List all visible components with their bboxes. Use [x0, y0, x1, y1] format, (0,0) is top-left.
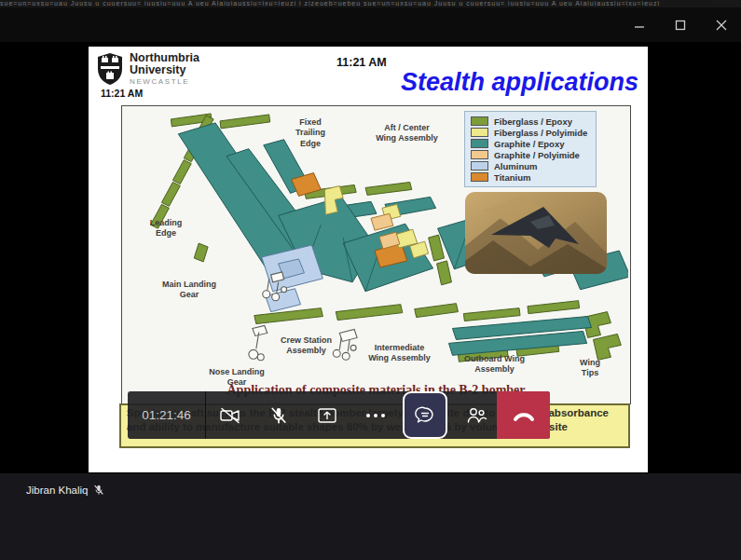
slide-title: Stealth applications [247, 68, 638, 97]
legend-swatch [471, 150, 488, 159]
slide-timestamp-left: 11:21 AM [101, 88, 143, 99]
legend-row: Fiberglass / Epoxy [471, 116, 596, 127]
legend-row: Fiberglass / Polyimide [471, 127, 596, 138]
window-top-artifact-text: sue=un=uxsu=uau Juusu u cuuersuu= iuusiu… [0, 0, 741, 7]
label-wing-tips: Wing Tips [571, 358, 609, 379]
materials-legend: Fiberglass / Epoxy Fiberglass / Polyimid… [464, 111, 597, 187]
chat-button-active[interactable] [403, 391, 447, 439]
legend-swatch [471, 161, 488, 171]
window-titlebar [0, 7, 741, 42]
legend-row: Graphite / Epoxy [471, 138, 596, 149]
call-control-bar: 01:21:46 [128, 391, 550, 439]
close-icon [716, 20, 727, 31]
people-icon [465, 406, 487, 425]
label-intermediate-wing: Intermediate Wing Assembly [355, 343, 444, 364]
legend-row: Aluminum [471, 160, 596, 171]
share-screen-button[interactable] [303, 391, 351, 439]
label-crew-station: Crew Station Assembly [267, 335, 346, 357]
b2-exploded-diagram: Fiberglass / Epoxy Fiberglass / Polyimid… [121, 105, 631, 404]
label-main-landing-gear: Main Landing Gear [143, 280, 236, 301]
mic-off-button[interactable] [254, 391, 303, 439]
people-button[interactable] [452, 391, 501, 439]
legend-swatch [471, 116, 488, 126]
camera-off-icon [219, 407, 241, 424]
call-timer: 01:21:46 [128, 391, 206, 439]
maximize-icon [675, 20, 686, 31]
mic-off-icon [92, 484, 105, 497]
label-outboard-wing: Outboard Wing Assembly [450, 354, 539, 376]
close-button[interactable] [701, 7, 741, 42]
camera-off-button[interactable] [206, 391, 254, 439]
participants-strip: +72 R A B刘 彭 彭辉justin (来宾) [0, 473, 741, 560]
maximize-button[interactable] [660, 7, 701, 42]
hang-up-button[interactable] [497, 391, 550, 439]
legend-swatch [471, 172, 488, 182]
legend-swatch [471, 139, 488, 148]
legend-row: Titanium [471, 171, 596, 183]
teams-meeting-window: sue=un=uxsu=uau Juusu u cuuersuu= iuusiu… [0, 0, 741, 560]
b2-bomber-photo [465, 192, 607, 274]
mic-off-icon [269, 406, 288, 425]
label-aft-center-wing: Aft / Center Wing Assembly [353, 123, 460, 144]
legend-swatch [471, 128, 488, 137]
minimize-icon [634, 20, 645, 31]
legend-row: Graphite / Polyimide [471, 149, 596, 160]
minimize-button[interactable] [619, 7, 660, 42]
presenter-name: Jibran Khaliq [26, 485, 88, 496]
slide-timestamp-center: 11:21 AM [336, 56, 387, 69]
university-shield-icon [96, 52, 124, 86]
nose-landing-gear-drawing [249, 326, 268, 361]
more-options-button[interactable] [351, 391, 400, 439]
label-leading-edge: Leading Edge [143, 218, 189, 239]
label-fixed-trailing-edge: Fixed Trailing Edge [282, 117, 338, 149]
university-logo: Northumbria University NEWCASTLE [96, 52, 199, 86]
more-options-icon [365, 413, 386, 418]
presenter-name-overlay: Jibran Khaliq [26, 484, 105, 497]
share-screen-icon [317, 407, 337, 424]
hang-up-icon [512, 408, 536, 423]
chat-icon [414, 404, 436, 427]
university-name: Northumbria University NEWCASTLE [130, 52, 199, 86]
